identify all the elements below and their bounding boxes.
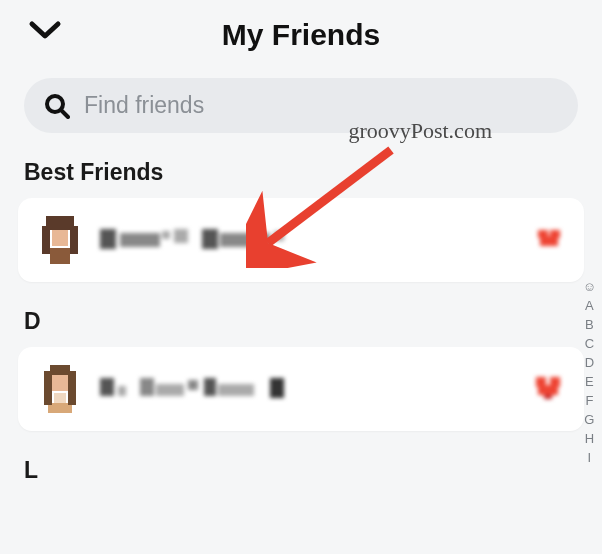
smiley-icon[interactable]: ☺ xyxy=(583,280,596,293)
search-icon xyxy=(44,93,70,119)
svg-line-1 xyxy=(61,110,68,117)
search-input[interactable] xyxy=(84,92,558,119)
avatar xyxy=(40,216,80,264)
alpha-index-letter[interactable]: I xyxy=(588,451,592,464)
alpha-index-letter[interactable]: C xyxy=(585,337,594,350)
alpha-index[interactable]: ☺ A B C D E F G H I xyxy=(583,280,596,464)
search-bar[interactable] xyxy=(24,78,578,133)
page-title: My Friends xyxy=(24,18,578,52)
alpha-index-letter[interactable]: B xyxy=(585,318,594,331)
alpha-index-letter[interactable]: E xyxy=(585,375,594,388)
avatar xyxy=(40,365,80,413)
section-header-l: L xyxy=(24,457,578,484)
back-button[interactable] xyxy=(28,20,62,46)
section-header-d: D xyxy=(24,308,578,335)
alpha-index-letter[interactable]: F xyxy=(585,394,593,407)
friend-name xyxy=(100,227,516,253)
section-header-best-friends: Best Friends xyxy=(24,159,578,186)
heart-icon xyxy=(536,377,562,401)
friend-name xyxy=(100,376,516,402)
alpha-index-letter[interactable]: A xyxy=(585,299,594,312)
heart-icon xyxy=(536,228,562,252)
friend-row[interactable] xyxy=(18,198,584,282)
friend-row[interactable] xyxy=(18,347,584,431)
alpha-index-letter[interactable]: D xyxy=(585,356,594,369)
alpha-index-letter[interactable]: G xyxy=(584,413,594,426)
alpha-index-letter[interactable]: H xyxy=(585,432,594,445)
header: My Friends xyxy=(0,0,602,72)
chevron-down-icon xyxy=(28,20,62,42)
